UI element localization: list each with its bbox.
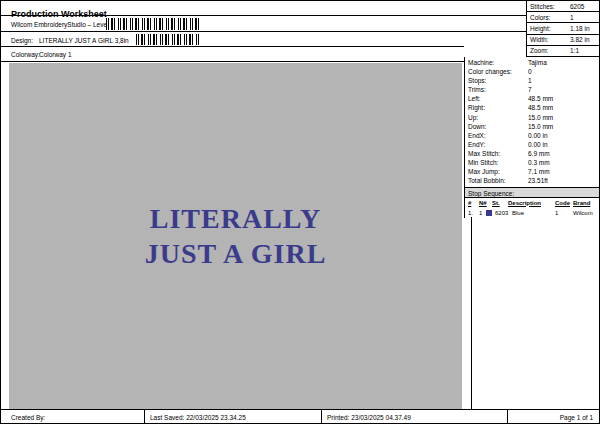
machine-info-row: Up: 15.0 mm (465, 114, 600, 123)
machine-info-row: Stops: 1 (465, 77, 600, 86)
summary-value: 6205 (570, 3, 584, 12)
worksheet-title-row: Production Worksheet (1, 1, 527, 16)
summary-value: 1 (570, 14, 574, 23)
colorway-name: Colorway 1 (39, 51, 72, 58)
stop-sequence-row: 1. 1 6203 Blue 1 Wilcom (465, 208, 600, 218)
machine-info-label: EndY: (468, 141, 528, 150)
summary-row: Height: 1.18 in (527, 23, 600, 34)
column-header-num: # (468, 200, 479, 209)
machine-info-value: 1 (528, 77, 532, 86)
machine-info-value: 7.1 mm (528, 168, 550, 177)
worksheet-barcode (106, 18, 201, 30)
machine-info-row: Machine: Tajima (465, 59, 600, 68)
machine-info-row: Right: 48.5 mm (465, 104, 600, 113)
design-label: Design: (11, 37, 33, 44)
machine-info-label: EndX: (468, 132, 528, 141)
stop-code: 1 (555, 210, 573, 216)
machine-info-value: 0.00 in (528, 141, 548, 150)
machine-info-value: Tajima (528, 59, 547, 68)
summary-label: Width: (530, 36, 570, 45)
machine-info-label: Stops: (468, 77, 528, 86)
machine-info-value: 0 (528, 68, 532, 77)
machine-info-row: Max Jump: 7.1 mm (465, 168, 600, 177)
machine-info-row: Max Stitch: 6.9 mm (465, 150, 600, 159)
column-header-description: Description (508, 200, 555, 209)
summary-row: Zoom: 1:1 (527, 46, 600, 57)
machine-info-value: 48.5 mm (528, 95, 553, 104)
machine-info-label: Right: (468, 104, 528, 113)
summary-label: Colors: (530, 14, 570, 23)
machine-info-label: Max Jump: (468, 168, 528, 177)
design-row: Design: LITERALLY JUST A GIRL 3,8in (1, 32, 464, 47)
machine-info-value: 23.51ft (528, 177, 548, 186)
stop-sequence-title: Stop Sequence: (465, 187, 600, 198)
machine-info-panel: Machine: Tajima Color changes: 0 Stops: … (464, 57, 600, 187)
machine-info-label: Color changes: (468, 68, 528, 77)
machine-info-label: Trims: (468, 86, 528, 95)
summary-row: Stitches: 6205 (527, 1, 600, 12)
machine-info-row: Trims: 7 (465, 86, 600, 95)
summary-row: Colors: 1 (527, 12, 600, 23)
design-text-line2: JUST A GIRL (145, 236, 327, 271)
stop-brand: Wilcom (573, 210, 599, 216)
colorway-row: Colorway: Colorway 1 (1, 47, 464, 62)
worksheet-footer: Created By: Last Saved: 22/03/2025 23.34… (1, 409, 600, 424)
machine-info-label: Max Stitch: (468, 150, 528, 159)
column-header-stitches: St. (492, 200, 508, 209)
machine-info-row: Total Bobbin: 23.51ft (465, 177, 600, 186)
footer-page-number: Page 1 of 1 (507, 410, 600, 424)
stop-sequence-header: # N# St. Description Code Brand (465, 198, 600, 208)
embroidery-design-text: LITERALLY JUST A GIRL (145, 201, 327, 271)
column-header-brand: Brand (573, 200, 599, 209)
column-header-code: Code (555, 200, 573, 209)
software-row: Wilcom EmbroideryStudio – Level 3 Advanc… (1, 16, 527, 32)
summary-value: 3.82 in (570, 36, 590, 45)
stop-needle: 1 (479, 210, 486, 216)
summary-label: Height: (530, 25, 570, 34)
thread-color-swatch (486, 210, 492, 216)
machine-info-label: Min Stitch: (468, 159, 528, 168)
machine-info-label: Down: (468, 123, 528, 132)
machine-info-row: EndX: 0.00 in (465, 132, 600, 141)
colorway-label: Colorway: (11, 51, 40, 58)
machine-info-value: 15.0 mm (528, 123, 553, 132)
machine-info-value: 0.3 mm (528, 159, 550, 168)
stop-stitches: 6203 (495, 210, 512, 216)
machine-info-row: Left: 48.5 mm (465, 95, 600, 104)
design-preview-area: LITERALLY JUST A GIRL (9, 63, 462, 409)
summary-label: Zoom: (530, 47, 570, 56)
machine-info-label: Left: (468, 95, 528, 104)
design-barcode (136, 34, 201, 45)
summary-row: Width: 3.82 in (527, 35, 600, 46)
machine-info-label: Up: (468, 114, 528, 123)
summary-label: Stitches: (530, 3, 570, 12)
machine-info-value: 48.5 mm (528, 104, 553, 113)
machine-info-row: EndY: 0.00 in (465, 141, 600, 150)
machine-info-value: 7 (528, 86, 532, 95)
design-name: LITERALLY JUST A GIRL 3,8in (39, 37, 129, 44)
machine-info-label: Total Bobbin: (468, 177, 528, 186)
machine-info-row: Down: 15.0 mm (465, 123, 600, 132)
right-column-divider (471, 217, 472, 409)
stop-description: Blue (512, 210, 555, 216)
footer-last-saved: Last Saved: 22/03/2025 23.34.25 (144, 410, 321, 424)
stop-num: 1. (468, 210, 479, 216)
design-summary-box: Stitches: 6205 Colors: 1 Height: 1.18 in… (526, 1, 600, 57)
machine-info-value: 6.9 mm (528, 150, 550, 159)
machine-info-label: Machine: (468, 59, 528, 68)
summary-value: 1.18 in (570, 25, 590, 34)
design-text-line1: LITERALLY (145, 201, 327, 236)
footer-created-by: Created By: (1, 410, 144, 424)
footer-printed: Printed: 23/03/2025 04.37.49 (321, 410, 507, 424)
column-header-needle: N# (479, 200, 492, 209)
machine-info-value: 15.0 mm (528, 114, 553, 123)
machine-info-value: 0.00 in (528, 132, 548, 141)
machine-info-row: Min Stitch: 0.3 mm (465, 159, 600, 168)
production-worksheet-page: Production Worksheet Wilcom EmbroiderySt… (0, 0, 600, 424)
summary-value: 1:1 (570, 47, 579, 56)
stop-sequence-table: Stop Sequence: # N# St. Description Code… (464, 187, 600, 218)
machine-info-row: Color changes: 0 (465, 68, 600, 77)
